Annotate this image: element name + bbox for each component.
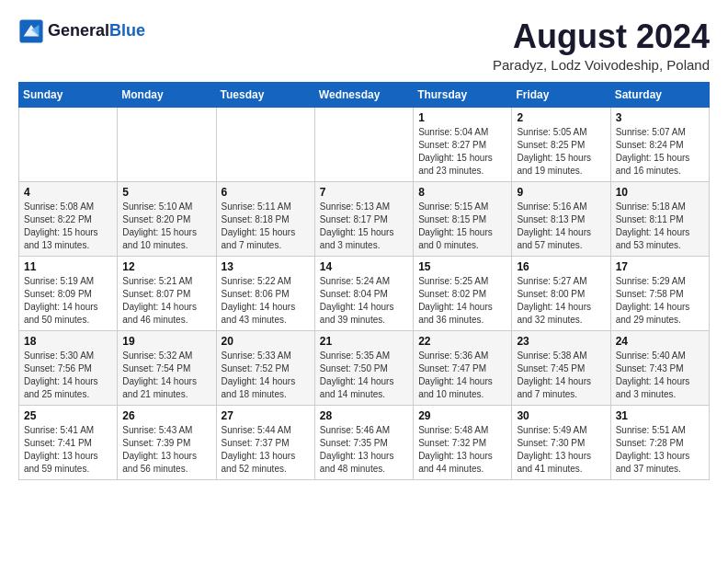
day-cell: 22Sunrise: 5:36 AM Sunset: 7:47 PM Dayli…: [414, 330, 512, 405]
day-header-sunday: Sunday: [19, 82, 118, 107]
day-number: 22: [418, 335, 506, 348]
day-number: 12: [122, 260, 210, 273]
day-cell: 15Sunrise: 5:25 AM Sunset: 8:02 PM Dayli…: [414, 256, 512, 330]
week-row-4: 18Sunrise: 5:30 AM Sunset: 7:56 PM Dayli…: [19, 330, 710, 405]
day-cell: [216, 107, 314, 181]
day-number: 1: [418, 111, 506, 124]
day-number: 13: [222, 260, 310, 273]
day-cell: 19Sunrise: 5:32 AM Sunset: 7:54 PM Dayli…: [118, 330, 216, 405]
day-number: 24: [616, 335, 704, 348]
day-number: 25: [24, 409, 112, 422]
day-cell: 23Sunrise: 5:38 AM Sunset: 7:45 PM Dayli…: [512, 330, 610, 405]
day-info: Sunrise: 5:51 AM Sunset: 7:28 PM Dayligh…: [616, 424, 704, 476]
day-number: 4: [24, 186, 112, 199]
day-info: Sunrise: 5:25 AM Sunset: 8:02 PM Dayligh…: [418, 275, 506, 327]
day-number: 2: [517, 111, 605, 124]
day-number: 21: [320, 335, 408, 348]
day-info: Sunrise: 5:46 AM Sunset: 7:35 PM Dayligh…: [320, 424, 408, 476]
day-info: Sunrise: 5:21 AM Sunset: 8:07 PM Dayligh…: [122, 275, 210, 327]
location: Paradyz, Lodz Voivodeship, Poland: [493, 57, 710, 73]
week-row-1: 1Sunrise: 5:04 AM Sunset: 8:27 PM Daylig…: [19, 107, 710, 181]
day-cell: 16Sunrise: 5:27 AM Sunset: 8:00 PM Dayli…: [512, 256, 610, 330]
day-number: 14: [320, 260, 408, 273]
day-cell: 25Sunrise: 5:41 AM Sunset: 7:41 PM Dayli…: [19, 405, 118, 479]
day-info: Sunrise: 5:04 AM Sunset: 8:27 PM Dayligh…: [418, 126, 506, 178]
day-info: Sunrise: 5:16 AM Sunset: 8:13 PM Dayligh…: [517, 201, 605, 252]
day-number: 23: [517, 335, 605, 348]
day-cell: [314, 107, 413, 181]
day-number: 29: [418, 409, 506, 422]
day-number: 11: [24, 260, 112, 273]
day-number: 10: [616, 186, 704, 199]
day-info: Sunrise: 5:08 AM Sunset: 8:22 PM Dayligh…: [24, 201, 112, 252]
day-cell: 24Sunrise: 5:40 AM Sunset: 7:43 PM Dayli…: [610, 330, 709, 405]
day-info: Sunrise: 5:19 AM Sunset: 8:09 PM Dayligh…: [24, 275, 112, 327]
day-info: Sunrise: 5:29 AM Sunset: 7:58 PM Dayligh…: [616, 275, 704, 327]
day-number: 7: [320, 186, 408, 199]
day-info: Sunrise: 5:41 AM Sunset: 7:41 PM Dayligh…: [24, 424, 112, 476]
day-number: 27: [222, 409, 310, 422]
week-row-3: 11Sunrise: 5:19 AM Sunset: 8:09 PM Dayli…: [19, 256, 710, 330]
day-cell: 31Sunrise: 5:51 AM Sunset: 7:28 PM Dayli…: [610, 405, 709, 479]
day-cell: 13Sunrise: 5:22 AM Sunset: 8:06 PM Dayli…: [216, 256, 314, 330]
day-cell: 26Sunrise: 5:43 AM Sunset: 7:39 PM Dayli…: [118, 405, 216, 479]
day-number: 31: [616, 409, 704, 422]
day-number: 9: [517, 186, 605, 199]
day-cell: 30Sunrise: 5:49 AM Sunset: 7:30 PM Dayli…: [512, 405, 610, 479]
header-row: SundayMondayTuesdayWednesdayThursdayFrid…: [19, 82, 710, 107]
day-cell: 17Sunrise: 5:29 AM Sunset: 7:58 PM Dayli…: [610, 256, 709, 330]
day-number: 28: [320, 409, 408, 422]
day-cell: 27Sunrise: 5:44 AM Sunset: 7:37 PM Dayli…: [216, 405, 314, 479]
day-info: Sunrise: 5:27 AM Sunset: 8:00 PM Dayligh…: [517, 275, 605, 327]
day-info: Sunrise: 5:40 AM Sunset: 7:43 PM Dayligh…: [616, 350, 704, 401]
day-info: Sunrise: 5:32 AM Sunset: 7:54 PM Dayligh…: [122, 350, 210, 401]
day-number: 20: [222, 335, 310, 348]
day-header-tuesday: Tuesday: [216, 82, 314, 107]
day-header-friday: Friday: [512, 82, 610, 107]
day-number: 18: [24, 335, 112, 348]
day-info: Sunrise: 5:10 AM Sunset: 8:20 PM Dayligh…: [122, 201, 210, 252]
day-cell: [118, 107, 216, 181]
day-cell: 14Sunrise: 5:24 AM Sunset: 8:04 PM Dayli…: [314, 256, 413, 330]
day-number: 6: [222, 186, 310, 199]
day-number: 19: [122, 335, 210, 348]
title-section: August 2024 Paradyz, Lodz Voivodeship, P…: [493, 18, 710, 73]
day-info: Sunrise: 5:35 AM Sunset: 7:50 PM Dayligh…: [320, 350, 408, 401]
day-number: 30: [517, 409, 605, 422]
day-info: Sunrise: 5:13 AM Sunset: 8:17 PM Dayligh…: [320, 201, 408, 252]
day-header-thursday: Thursday: [414, 82, 512, 107]
calendar-header: SundayMondayTuesdayWednesdayThursdayFrid…: [19, 82, 710, 107]
day-cell: 9Sunrise: 5:16 AM Sunset: 8:13 PM Daylig…: [512, 181, 610, 256]
day-cell: [19, 107, 118, 181]
day-cell: 11Sunrise: 5:19 AM Sunset: 8:09 PM Dayli…: [19, 256, 118, 330]
day-number: 5: [122, 186, 210, 199]
day-cell: 2Sunrise: 5:05 AM Sunset: 8:25 PM Daylig…: [512, 107, 610, 181]
day-cell: 10Sunrise: 5:18 AM Sunset: 8:11 PM Dayli…: [610, 181, 709, 256]
week-row-2: 4Sunrise: 5:08 AM Sunset: 8:22 PM Daylig…: [19, 181, 710, 256]
day-cell: 5Sunrise: 5:10 AM Sunset: 8:20 PM Daylig…: [118, 181, 216, 256]
day-info: Sunrise: 5:11 AM Sunset: 8:18 PM Dayligh…: [222, 201, 310, 252]
month-year: August 2024: [493, 18, 710, 55]
day-number: 3: [616, 111, 704, 124]
day-number: 15: [418, 260, 506, 273]
day-number: 8: [418, 186, 506, 199]
day-info: Sunrise: 5:38 AM Sunset: 7:45 PM Dayligh…: [517, 350, 605, 401]
day-info: Sunrise: 5:18 AM Sunset: 8:11 PM Dayligh…: [616, 201, 704, 252]
day-cell: 4Sunrise: 5:08 AM Sunset: 8:22 PM Daylig…: [19, 181, 118, 256]
day-cell: 21Sunrise: 5:35 AM Sunset: 7:50 PM Dayli…: [314, 330, 413, 405]
day-cell: 3Sunrise: 5:07 AM Sunset: 8:24 PM Daylig…: [610, 107, 709, 181]
day-number: 17: [616, 260, 704, 273]
logo-text: GeneralBlue: [48, 22, 145, 40]
day-info: Sunrise: 5:44 AM Sunset: 7:37 PM Dayligh…: [222, 424, 310, 476]
day-info: Sunrise: 5:36 AM Sunset: 7:47 PM Dayligh…: [418, 350, 506, 401]
day-info: Sunrise: 5:43 AM Sunset: 7:39 PM Dayligh…: [122, 424, 210, 476]
day-info: Sunrise: 5:22 AM Sunset: 8:06 PM Dayligh…: [222, 275, 310, 327]
day-cell: 7Sunrise: 5:13 AM Sunset: 8:17 PM Daylig…: [314, 181, 413, 256]
day-header-wednesday: Wednesday: [314, 82, 413, 107]
day-cell: 8Sunrise: 5:15 AM Sunset: 8:15 PM Daylig…: [414, 181, 512, 256]
day-cell: 12Sunrise: 5:21 AM Sunset: 8:07 PM Dayli…: [118, 256, 216, 330]
day-cell: 1Sunrise: 5:04 AM Sunset: 8:27 PM Daylig…: [414, 107, 512, 181]
day-number: 16: [517, 260, 605, 273]
day-cell: 29Sunrise: 5:48 AM Sunset: 7:32 PM Dayli…: [414, 405, 512, 479]
calendar-table: SundayMondayTuesdayWednesdayThursdayFrid…: [18, 82, 710, 480]
